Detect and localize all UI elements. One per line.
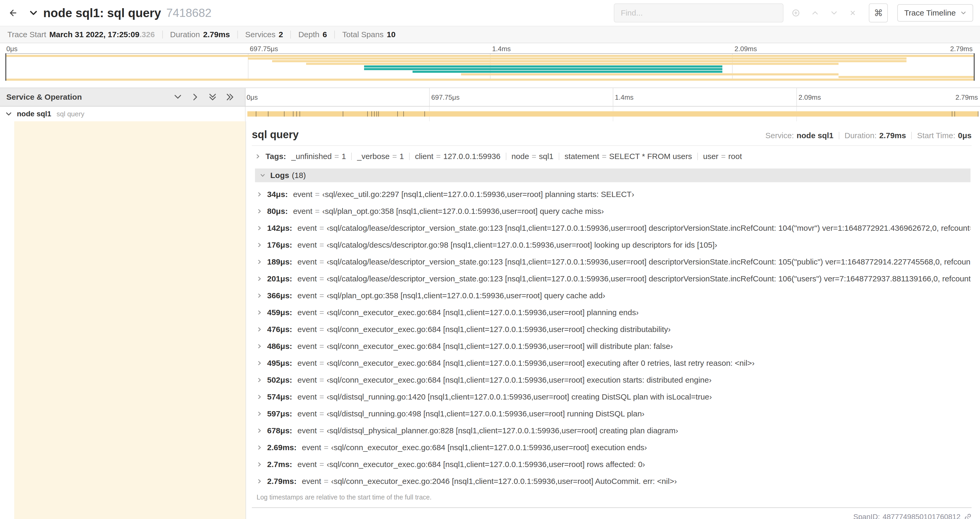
- log-equals: =: [319, 342, 324, 351]
- log-row[interactable]: 574μs:event=‹sql/distsql_running.go:1420…: [255, 388, 970, 405]
- tag-equals: =: [602, 152, 607, 161]
- summary-item: Services2: [245, 30, 283, 39]
- minimap-canvas[interactable]: [5, 53, 975, 81]
- log-row[interactable]: 201μs:event=‹sql/catalog/lease/descripto…: [255, 270, 970, 287]
- log-field-key: event: [298, 325, 317, 334]
- tag-key: statement: [565, 152, 599, 161]
- log-field-key: event: [298, 426, 317, 435]
- log-row[interactable]: 34μs:event=‹sql/exec_util.go:2297 [nsql1…: [255, 186, 970, 203]
- log-field-value: ‹sql/catalog/lease/descriptor_version_st…: [327, 274, 970, 283]
- log-row[interactable]: 459μs:event=‹sql/conn_executor_exec.go:6…: [255, 304, 970, 321]
- back-button[interactable]: [7, 8, 18, 18]
- log-field-value: ‹sql/distsql_running.go:498 [nsql1,clien…: [327, 409, 644, 418]
- plus-circle-icon: [792, 9, 800, 17]
- log-marker: [371, 111, 372, 117]
- logs-count: (18): [292, 171, 306, 180]
- chevron-down-icon[interactable]: [5, 110, 12, 117]
- span-service-name: node sql1: [17, 110, 51, 118]
- log-row[interactable]: 2.7ms:event=‹sql/conn_executor_exec.go:6…: [255, 456, 970, 473]
- copy-link-icon[interactable]: [964, 513, 972, 519]
- tag-separator: [559, 153, 559, 160]
- focus-matches-icon[interactable]: [792, 9, 800, 17]
- log-row[interactable]: 142μs:event=‹sql/catalog/lease/descripto…: [255, 220, 970, 236]
- log-row[interactable]: 486μs:event=‹sql/conn_executor_exec.go:6…: [255, 338, 970, 355]
- log-equals: =: [319, 393, 324, 401]
- log-field-key: event: [298, 409, 317, 418]
- minimap-span: [6, 78, 974, 81]
- summary-value: March 31 2022, 17:25:09: [49, 30, 139, 39]
- log-field-key: event: [298, 342, 317, 351]
- tag-item: _verbose=1: [357, 152, 404, 161]
- minimap-tick-labels: 0μs697.75μs1.4ms2.09ms2.79ms: [5, 44, 975, 53]
- expand-all-button[interactable]: [208, 93, 217, 102]
- log-field-key: event: [298, 274, 317, 283]
- log-row[interactable]: 2.69ms:event=‹sql/conn_executor_exec.go:…: [255, 439, 970, 456]
- log-marker: [425, 111, 425, 117]
- log-equals: =: [315, 190, 320, 199]
- log-field-key: event: [298, 460, 317, 469]
- log-row[interactable]: 80μs:event=‹sql/plan_opt.go:358 [nsql1,c…: [255, 203, 970, 220]
- minimap-span: [306, 63, 839, 65]
- span-duration-bar[interactable]: [247, 111, 978, 117]
- logs-header[interactable]: Logs (18): [255, 169, 970, 182]
- minimap-tick-label: 2.79ms: [950, 45, 973, 53]
- tag-separator: [351, 153, 352, 160]
- double-chevron-right-icon: [226, 93, 234, 102]
- tag-item: user=root: [703, 152, 742, 161]
- find-input[interactable]: [614, 3, 783, 22]
- log-field-value: ‹sql/catalog/lease/descriptor_version_st…: [327, 257, 970, 267]
- span-row-timeline-cell[interactable]: [245, 107, 980, 121]
- column-resizer[interactable]: [245, 121, 246, 519]
- log-marker: [978, 111, 978, 117]
- log-timestamp: 189μs:: [267, 257, 292, 267]
- trace-view-selector[interactable]: Trace Timeline: [897, 4, 973, 22]
- log-row[interactable]: 176μs:event=‹sql/catalog/descs/descripto…: [255, 236, 970, 254]
- minimap-span: [248, 57, 907, 60]
- log-marker: [299, 111, 300, 117]
- summary-value: 2: [279, 30, 283, 39]
- meta-value: node sql1: [797, 131, 834, 140]
- chevron-right-icon: [256, 242, 262, 248]
- log-row[interactable]: 597μs:event=‹sql/distsql_running.go:498 …: [255, 405, 970, 422]
- log-row[interactable]: 366μs:event=‹sql/plan_opt.go:358 [nsql1,…: [255, 287, 970, 304]
- tag-key: user: [703, 152, 718, 161]
- minimap-tick-label: 2.09ms: [735, 45, 757, 53]
- keyboard-shortcuts-button[interactable]: ⌘: [869, 3, 888, 22]
- next-match-icon[interactable]: [830, 9, 838, 17]
- span-row[interactable]: node sql1 sql query: [0, 107, 980, 121]
- expand-one-level-button[interactable]: [173, 93, 182, 102]
- log-row[interactable]: 495μs:event=‹sql/conn_executor_exec.go:6…: [255, 355, 970, 372]
- chevron-down-icon: [260, 172, 266, 178]
- collapse-one-level-button[interactable]: [191, 93, 200, 102]
- log-field-value: ‹sql/plan_opt.go:358 [nsql1,client=127.0…: [327, 291, 605, 300]
- summary-label: Total Spans: [342, 30, 383, 39]
- chevron-down-icon: [830, 9, 838, 17]
- collapse-all-button[interactable]: [226, 93, 234, 102]
- log-row[interactable]: 476μs:event=‹sql/conn_executor_exec.go:6…: [255, 321, 970, 338]
- log-field-key: event: [293, 207, 312, 216]
- chevron-right-icon: [256, 394, 262, 400]
- log-row[interactable]: 502μs:event=‹sql/conn_executor_exec.go:6…: [255, 372, 970, 388]
- log-equals: =: [315, 207, 320, 216]
- span-detail-panel: sql query Service:node sql1Duration:2.79…: [252, 129, 972, 519]
- minimap-left-scrubber[interactable]: [5, 53, 6, 81]
- log-row[interactable]: 678μs:event=‹sql/distsql_physical_planne…: [255, 422, 970, 439]
- tags-row[interactable]: Tags: _unfinished=1_verbose=1client=127.…: [252, 150, 972, 162]
- log-row[interactable]: 2.79ms:event=‹sql/conn_executor_exec.go:…: [255, 473, 970, 490]
- log-equals: =: [319, 257, 324, 267]
- detail-bottom-border: [252, 508, 972, 508]
- clear-search-icon[interactable]: [850, 10, 856, 16]
- chevron-right-icon: [256, 259, 262, 265]
- log-row[interactable]: 189μs:event=‹sql/catalog/lease/descripto…: [255, 254, 970, 270]
- log-marker: [403, 111, 404, 117]
- minimap-right-scrubber[interactable]: [974, 53, 975, 81]
- trace-title-collapse-toggle[interactable]: [29, 8, 38, 18]
- summary-item: Total Spans10: [342, 30, 395, 39]
- meta-value: 0μs: [958, 131, 972, 140]
- log-timestamp: 2.69ms:: [267, 443, 297, 452]
- log-timestamp: 80μs:: [267, 207, 288, 216]
- span-row-name-cell[interactable]: node sql1 sql query: [0, 107, 245, 121]
- meta-label: Start Time:: [917, 131, 955, 140]
- prev-match-icon[interactable]: [811, 9, 819, 17]
- span-detail-title: sql query: [252, 129, 299, 141]
